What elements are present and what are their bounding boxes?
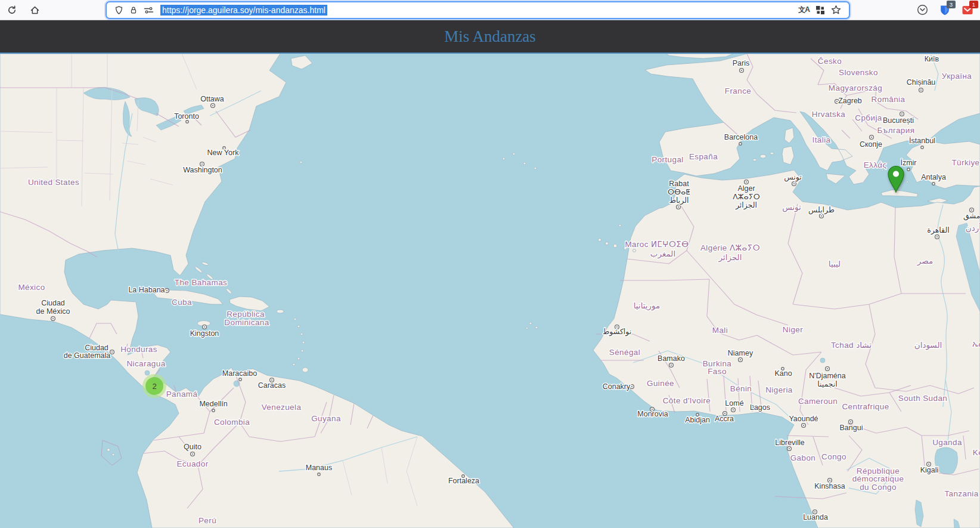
country-label: Guyana (311, 414, 341, 423)
galapagos-island (112, 453, 114, 456)
city-marker-core (836, 101, 838, 102)
city-marker-core (111, 351, 113, 353)
country-label: السودان (914, 341, 942, 350)
country-label: Hrvatska (812, 110, 846, 119)
newfoundland (291, 55, 312, 69)
city-marker-core (793, 183, 795, 184)
europe-landmass (645, 54, 980, 189)
city-label: de México (36, 307, 70, 316)
balearic-islands (753, 152, 774, 161)
country-label: Gabon (790, 453, 816, 462)
pocket-button[interactable] (914, 2, 930, 18)
galapagos-island (107, 449, 110, 452)
hispaniola (230, 297, 269, 311)
country-label: Panamá (166, 390, 198, 399)
city-marker-core (271, 379, 272, 381)
city-marker-core (814, 511, 815, 512)
lock-icon[interactable] (129, 5, 138, 15)
country-label: España (689, 152, 718, 161)
country-label: Tanzania (944, 489, 978, 498)
country-label: Dominicana (224, 318, 269, 327)
city-label: Bangui (840, 424, 863, 432)
city-label: Maracaibo (222, 369, 257, 378)
city-marker-core (740, 359, 741, 360)
bookmark-star-icon[interactable] (831, 5, 841, 15)
country-label: الأردن (966, 223, 980, 233)
country-label: Guinée (647, 379, 674, 388)
city-marker (921, 146, 923, 149)
city-marker-core (204, 326, 205, 328)
city-marker-core (829, 480, 830, 481)
page-title: Mis Andanzas (444, 27, 536, 46)
marker-cluster[interactable]: 2 (142, 374, 166, 398)
pin-hole (893, 171, 899, 177)
country-label: Türkiye (951, 158, 979, 167)
extension-badge: 3 (947, 1, 956, 8)
browser-toolbar: https://jorge.aguilera.soy/mis-andanzas.… (0, 0, 980, 20)
country-label: المغرب (650, 249, 675, 259)
city-marker-core (631, 386, 632, 387)
city-marker-core (733, 409, 734, 410)
city-label: Antalya (921, 173, 946, 181)
city-label: Ciudad (41, 299, 65, 307)
city-label: ⵔⴱⴰⵟ (668, 188, 690, 196)
permissions-icon[interactable] (144, 6, 154, 14)
country-label: Україна (942, 72, 972, 81)
city-marker-core (789, 448, 790, 449)
extension-mail-button[interactable]: 1 (960, 2, 975, 18)
city-marker-core (746, 181, 747, 183)
country-label: República (227, 310, 265, 319)
city-marker-core (936, 236, 938, 237)
americas-landmass (0, 54, 514, 528)
city-marker-core (827, 368, 828, 369)
city-label: Bamako (658, 354, 685, 363)
city-label: Conakry (603, 382, 631, 391)
map-canvas: OttawaTorontoNew YorkWashingtonLa Habana… (0, 54, 980, 528)
reload-button[interactable] (4, 2, 20, 18)
azores (503, 153, 536, 169)
country-label: Nicaragua (126, 359, 165, 368)
city-marker-core (971, 209, 972, 211)
country-label: ኤርትራ (972, 339, 980, 348)
url-text-selected[interactable]: https://jorge.aguilera.soy/mis-andanzas.… (160, 5, 327, 16)
map[interactable]: OttawaTorontoNew YorkWashingtonLa Habana… (0, 54, 980, 528)
city-label: Lagos (750, 403, 770, 412)
country-label: Sénégal (609, 348, 640, 357)
city-label: N'Djaména (809, 372, 845, 380)
city-label: Kano (774, 369, 792, 378)
country-label: Tchad تشاد (831, 341, 872, 350)
country-label: Србија (855, 113, 882, 122)
city-label: București (883, 116, 914, 125)
page-action-grid-icon[interactable] (815, 5, 825, 15)
bermuda (300, 161, 302, 163)
city-marker-core (192, 453, 193, 455)
country-label: Magyarország (829, 84, 882, 92)
map-pin[interactable] (887, 165, 905, 193)
extension-shield-button[interactable]: 3 (937, 2, 953, 18)
city-marker-core (678, 206, 679, 208)
city-marker-core (850, 421, 851, 422)
reload-icon (7, 5, 17, 15)
city-label: Manaus (306, 464, 332, 472)
address-bar[interactable]: https://jorge.aguilera.soy/mis-andanzas.… (107, 2, 849, 18)
city-label: انجمينا (817, 380, 838, 388)
translate-icon[interactable]: 文A (798, 5, 810, 15)
country-label: Niger (783, 325, 803, 334)
lesser-antilles (293, 318, 308, 372)
city-label: نواكشوط (603, 328, 632, 336)
city-marker-core (201, 163, 203, 165)
city-marker (932, 183, 935, 185)
tracking-shield-icon[interactable] (114, 5, 123, 15)
city-label: الجزائر (735, 201, 757, 210)
city-marker-core (671, 365, 672, 366)
city-marker-core (920, 89, 922, 91)
sicily (826, 174, 845, 184)
city-label: Fortaleza (448, 477, 479, 485)
city-label: Barcelona (724, 133, 758, 141)
country-label: Italia (812, 135, 831, 144)
city-label: Yaoundé (789, 415, 818, 423)
country-label: México (18, 283, 45, 292)
city-marker-core (901, 113, 903, 115)
city-marker-core (212, 105, 213, 106)
home-button[interactable] (26, 2, 43, 18)
